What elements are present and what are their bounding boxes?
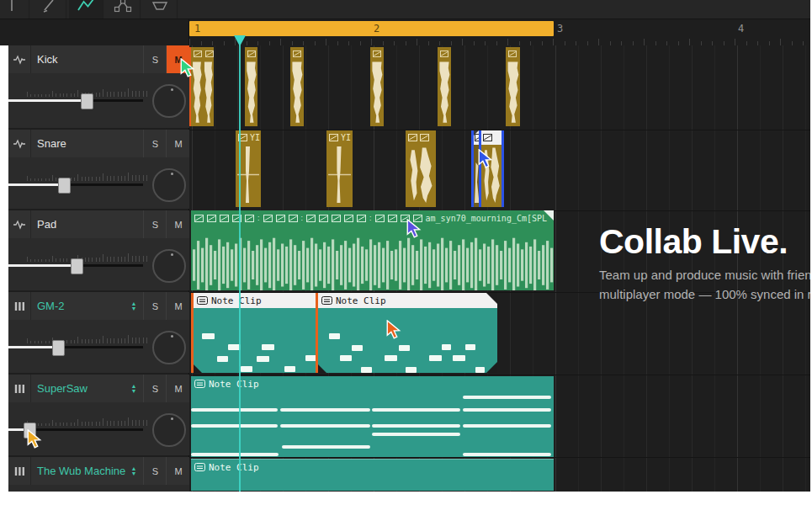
collaborator-cursor-blue	[476, 149, 494, 172]
pad-audio-clip[interactable]: :::am_syn70_mourning_Cm[SPL	[191, 210, 554, 290]
tick	[132, 175, 133, 181]
solo-button[interactable]: S	[143, 292, 167, 320]
track-header[interactable]: The Wub Machine▲▼SM	[8, 457, 189, 486]
tick	[45, 94, 46, 97]
note-clip-header: Note Clip	[318, 293, 497, 308]
midi-note	[399, 345, 410, 351]
pointer-arrow	[178, 58, 196, 77]
solo-button[interactable]: S	[143, 210, 167, 238]
clip-icon	[408, 134, 417, 141]
ruler-tick	[201, 41, 202, 45]
note-clip[interactable]: Note Clip	[316, 293, 497, 373]
tick	[34, 94, 35, 97]
note-clip[interactable]: Note Clip	[191, 459, 554, 491]
track-header[interactable]: KickSM	[8, 45, 189, 74]
pan-knob[interactable]	[152, 331, 186, 364]
track-name[interactable]: GM-2	[37, 292, 65, 320]
selection-edge[interactable]	[502, 130, 504, 207]
midi-note-long	[463, 424, 551, 428]
loop-region[interactable]	[189, 21, 554, 36]
solo-button[interactable]: S	[143, 375, 167, 402]
instrument-dropdown[interactable]: ▲▼	[128, 375, 140, 402]
clip-icon	[319, 215, 328, 222]
track-header[interactable]: GM-2▲▼SM	[8, 292, 189, 321]
track-name[interactable]: SuperSaw	[37, 375, 88, 402]
clip-icon	[344, 215, 353, 222]
kick-audio-clip[interactable]	[245, 47, 257, 126]
tick	[114, 338, 114, 343]
kick-audio-clip[interactable]	[438, 47, 451, 126]
clip-icon	[263, 215, 273, 222]
track-name[interactable]: Pad	[37, 210, 56, 238]
tick	[56, 178, 56, 181]
automation-tool[interactable]	[69, 0, 103, 19]
pencil-tool[interactable]	[32, 0, 66, 19]
volume-slider-handle[interactable]	[58, 178, 71, 194]
pan-knob[interactable]	[152, 168, 186, 202]
track-name[interactable]: The Wub Machine	[37, 457, 125, 485]
solo-button[interactable]: S	[143, 45, 167, 73]
solo-button[interactable]: S	[143, 130, 167, 157]
track-header[interactable]: SnareSM	[8, 130, 189, 158]
tick	[125, 176, 125, 181]
tick	[125, 257, 125, 262]
clip-icon	[332, 215, 341, 222]
volume-slider-handle[interactable]	[52, 340, 65, 356]
kick-audio-clip[interactable]	[506, 47, 520, 126]
pan-knob[interactable]	[152, 413, 186, 447]
pan-knob[interactable]	[152, 84, 186, 118]
mute-button[interactable]: M	[166, 292, 189, 320]
playhead-line	[239, 35, 241, 492]
note-clip[interactable]: Note Clip	[191, 376, 554, 457]
clip-header	[245, 47, 257, 61]
clip-icon	[276, 215, 285, 222]
instrument-dropdown[interactable]: ▲▼	[128, 457, 140, 485]
instrument-dropdown[interactable]: ▲▼	[128, 292, 140, 320]
mute-button[interactable]: M	[166, 375, 189, 402]
node-tool[interactable]	[106, 0, 141, 19]
clip-icon	[289, 215, 298, 222]
selection-edge[interactable]	[471, 130, 474, 207]
note-clip[interactable]: Note Clip	[191, 293, 318, 373]
mute-button[interactable]: M	[166, 210, 189, 238]
tick	[45, 341, 46, 343]
instrument-track-icon	[14, 301, 25, 311]
solo-button[interactable]: S	[143, 457, 167, 485]
snare-audio-clip[interactable]	[406, 130, 436, 207]
tick	[107, 338, 108, 343]
kick-audio-clip[interactable]	[203, 47, 214, 126]
snare-audio-clip[interactable]: YI	[326, 130, 353, 207]
track-name[interactable]: Kick	[37, 45, 58, 73]
track-header[interactable]: PadSM	[8, 210, 189, 239]
volume-slider-handle[interactable]	[71, 258, 83, 274]
tick	[92, 339, 93, 343]
midi-note	[284, 366, 295, 372]
kick-audio-clip[interactable]	[370, 47, 384, 126]
kick-audio-clip[interactable]	[290, 47, 304, 126]
tick	[30, 178, 31, 181]
mute-button[interactable]: M	[166, 130, 189, 157]
ruler-tick	[689, 39, 690, 45]
clip-label: am_syn70_mourning_Cm[SPL	[426, 214, 548, 223]
tick	[27, 92, 28, 97]
volume-slider-handle[interactable]	[81, 93, 93, 109]
tick	[60, 423, 61, 426]
tick	[38, 341, 39, 343]
pan-knob[interactable]	[152, 249, 186, 283]
tick	[41, 259, 42, 262]
tick	[139, 420, 140, 426]
mute-button[interactable]: M	[166, 457, 189, 485]
select-tool[interactable]	[0, 0, 29, 19]
tick	[66, 340, 67, 343]
track-kick: KickSM	[8, 45, 189, 128]
tick	[103, 173, 103, 181]
note-clip-icon	[197, 296, 208, 305]
marquee-tool[interactable]	[143, 0, 178, 19]
track-controls	[8, 238, 189, 290]
track-header[interactable]: SuperSaw▲▼SM	[8, 375, 189, 403]
tick	[74, 178, 75, 181]
fold-corner	[486, 362, 497, 373]
tick	[74, 423, 75, 426]
clip-icon	[483, 134, 492, 141]
track-name[interactable]: Snare	[37, 130, 66, 157]
